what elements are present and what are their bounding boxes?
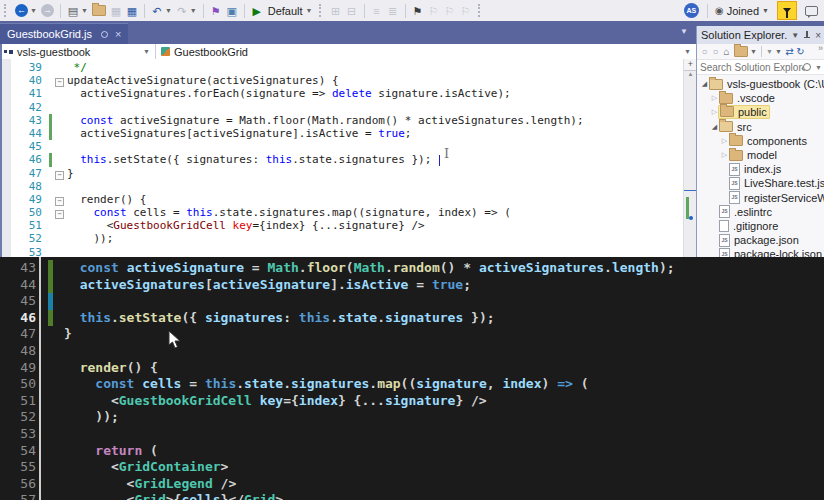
forward-icon[interactable]: ○ <box>710 45 721 58</box>
tree-item-public[interactable]: ▷public <box>697 105 824 119</box>
code-line[interactable]: 44 activeSignatures[activeSignature].isA… <box>0 277 824 294</box>
tree-item-package-lock-json[interactable]: JSpackage-lock.json <box>697 247 824 257</box>
type-dropdown[interactable]: GuestbookGrid ▼ <box>156 44 696 59</box>
feedback-icon[interactable] <box>805 6 818 16</box>
fold-icon[interactable]: − <box>55 167 67 180</box>
code-line[interactable]: 51 <GuestbookGridCell key={index} {...si… <box>0 393 824 410</box>
editor-scrollbar[interactable]: + ▲ <box>683 59 697 257</box>
code-line[interactable]: 56 <GridLegend /> <box>0 476 824 493</box>
refresh-icon[interactable]: ↻ <box>795 45 806 58</box>
code-line[interactable]: 39 */ <box>2 61 683 74</box>
code-line[interactable]: 57 <Grid>{cells}</Grid> <box>0 492 824 500</box>
code-line[interactable]: 49 render() { <box>0 360 824 377</box>
toolbar-grip[interactable] <box>4 4 9 17</box>
tree-item-liveshare-test-js[interactable]: JSLiveShare.test.js <box>697 176 824 190</box>
code-line[interactable]: 54 return ( <box>0 443 824 460</box>
tree-item--vscode[interactable]: ▷.vscode <box>697 91 824 105</box>
code-line[interactable]: 45 <box>0 293 824 310</box>
code-line[interactable]: 49− render() { <box>2 193 683 206</box>
code-line[interactable]: 51 <GuestbookGridCell key={index} {...si… <box>2 219 683 232</box>
bookmark-next-icon[interactable]: ⚐ <box>443 2 457 20</box>
fold-icon[interactable]: − <box>55 193 67 206</box>
code-line[interactable]: 46 this.setState({ signatures: this.stat… <box>2 153 683 166</box>
liveshare-joined-button[interactable]: ◉ Joined ▼ <box>715 5 769 17</box>
tree-item--gitignore[interactable]: .gitignore <box>697 219 824 233</box>
start-debug-icon[interactable]: ▶ <box>250 2 264 20</box>
navigate-back-caret[interactable]: ▼ <box>30 7 37 14</box>
switch-views-icon[interactable] <box>734 46 748 57</box>
bookmark-clear-icon[interactable]: ⚐ <box>459 2 473 20</box>
toolbar-overflow-icon[interactable]: » <box>818 43 823 53</box>
back-icon[interactable]: ○ <box>699 45 710 58</box>
tree-item--eslintrc[interactable]: JS.eslintrc <box>697 205 824 219</box>
comment-icon[interactable]: ⚑ <box>209 2 223 20</box>
toolbar-grip[interactable] <box>319 4 324 17</box>
tab-pin-icon[interactable] <box>101 31 108 38</box>
code-line[interactable]: 45 <box>2 140 683 153</box>
bookmark-prev-icon[interactable]: ⚐ <box>427 2 441 20</box>
navigate-back-icon[interactable]: ← <box>15 4 28 17</box>
outdent-icon[interactable]: ≣ <box>386 2 400 20</box>
fold-icon[interactable]: − <box>55 206 67 219</box>
fold-box-icon[interactable]: − <box>55 197 64 206</box>
code-line[interactable]: 52 )); <box>0 409 824 426</box>
code-line[interactable]: 41 activeSignatures.forEach(signature =>… <box>2 87 683 100</box>
code-line[interactable]: 50− const cells = this.state.signatures.… <box>2 206 683 219</box>
undo-caret[interactable]: ▼ <box>165 7 172 14</box>
code-line[interactable]: 46 this.setState({ signatures: this.stat… <box>0 310 824 327</box>
tree-item-model[interactable]: ▷model <box>697 148 824 162</box>
home-icon[interactable]: ⌂ <box>721 45 732 58</box>
code-line[interactable]: 43 const activeSignature = Math.floor(Ma… <box>2 114 683 127</box>
code-line[interactable]: 42 <box>2 101 683 114</box>
code-line[interactable]: 47−} <box>2 167 683 180</box>
tab-guestbookgrid[interactable]: GuestbookGrid.js × <box>0 23 128 44</box>
tree-item-components[interactable]: ▷components <box>697 134 824 148</box>
code-line[interactable]: 40−updateActiveSignature(activeSignature… <box>2 74 683 87</box>
code-line[interactable]: 44 activeSignatures[activeSignature].isA… <box>2 127 683 140</box>
filter-toggle-button[interactable] <box>777 1 797 20</box>
filter-caret[interactable]: ▼ <box>775 48 782 55</box>
indent-icon[interactable]: ≡ <box>370 2 384 20</box>
avatar[interactable]: AS <box>684 3 699 18</box>
panel-close-icon[interactable]: × <box>815 30 821 41</box>
code-line[interactable]: 48 <box>0 343 824 360</box>
expander-closed-icon[interactable]: ▷ <box>720 151 729 159</box>
code-editor[interactable]: 39 */40−updateActiveSignature(activeSign… <box>2 59 683 259</box>
tree-item-package-json[interactable]: JSpackage.json <box>697 233 824 247</box>
switch-views-caret[interactable]: ▼ <box>750 48 757 55</box>
code-line[interactable]: 48 <box>2 180 683 193</box>
code-line[interactable]: 47} <box>0 326 824 343</box>
preview-icon[interactable]: ▣ <box>225 2 239 20</box>
fold-box-icon[interactable]: − <box>55 78 64 87</box>
filter-icon[interactable]: ▼ <box>764 45 775 58</box>
fold-box-icon[interactable]: − <box>55 210 64 219</box>
pin-icon[interactable] <box>803 31 811 40</box>
attach-icon[interactable]: ⊞ <box>329 2 343 20</box>
start-profile-caret[interactable]: ▼ <box>306 7 313 14</box>
step-icon[interactable]: ⊟ <box>345 2 359 20</box>
fold-box-icon[interactable]: − <box>55 171 64 180</box>
redo-caret[interactable]: ▼ <box>190 7 197 14</box>
undo-icon[interactable]: ↶ <box>150 2 164 20</box>
sync-with-active-document-icon[interactable]: ⇄ <box>784 45 795 58</box>
search-input[interactable] <box>700 62 803 73</box>
new-file-caret[interactable]: ▼ <box>81 7 88 14</box>
bookmark-icon[interactable]: ⚑ <box>411 2 425 20</box>
code-line[interactable]: 43 const activeSignature = Math.floor(Ma… <box>0 260 824 277</box>
open-file-icon[interactable] <box>92 5 106 16</box>
toolbar-grip[interactable] <box>478 4 483 17</box>
expander-open-icon[interactable]: ◢ <box>700 80 709 88</box>
navigate-forward-icon[interactable]: → <box>41 4 54 17</box>
tree-item-src[interactable]: ◢src <box>697 120 824 134</box>
tab-close-icon[interactable]: × <box>115 29 121 40</box>
tree-item-vsls-guestbook-c-user[interactable]: ◢vsls-guestbook (C:\User <box>697 77 824 91</box>
code-line[interactable]: 50 const cells = this.state.signatures.m… <box>0 376 824 393</box>
save-all-icon[interactable]: ▦ <box>125 2 139 20</box>
project-dropdown[interactable]: vsls-guestbook ▼ <box>0 44 156 59</box>
tree-item-registerservicewor[interactable]: JSregisterServiceWor <box>697 191 824 205</box>
solution-explorer-titlebar[interactable]: Solution Explorer... ▼ × <box>697 26 824 44</box>
expander-closed-icon[interactable]: ▷ <box>720 137 729 145</box>
code-line[interactable]: 52 )); <box>2 232 683 245</box>
tab-list-caret-icon[interactable]: ▼ <box>680 27 688 36</box>
panel-menu-caret-icon[interactable]: ▼ <box>791 31 799 40</box>
